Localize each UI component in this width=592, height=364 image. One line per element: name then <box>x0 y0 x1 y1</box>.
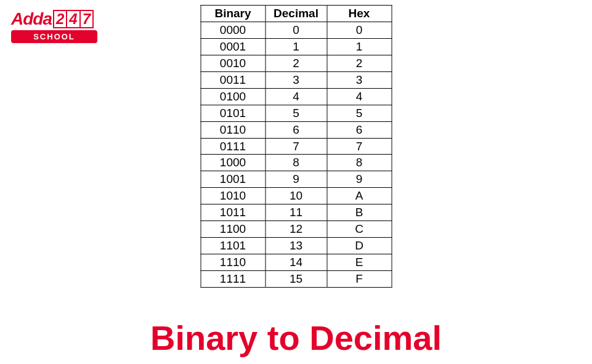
table-row: 010044 <box>201 88 392 105</box>
cell-binary: 0000 <box>201 22 266 38</box>
cell-binary: 1100 <box>201 221 266 238</box>
cell-binary: 1101 <box>201 238 266 254</box>
cell-hex: E <box>327 254 392 271</box>
brand-logo-top: Adda 2 4 7 <box>11 9 97 29</box>
cell-binary: 1110 <box>201 254 266 271</box>
table-row: 000111 <box>201 38 392 55</box>
cell-binary: 0011 <box>201 71 266 88</box>
cell-hex: 8 <box>327 155 392 171</box>
cell-decimal: 5 <box>266 105 327 121</box>
cell-hex: 0 <box>327 22 392 38</box>
table-row: 101111B <box>201 204 392 221</box>
cell-binary: 0100 <box>201 88 266 105</box>
conversion-table-wrap: Binary Decimal Hex 000000000111001022001… <box>200 5 392 288</box>
brand-digit-4: 4 <box>67 10 80 28</box>
cell-binary: 1000 <box>201 155 266 171</box>
brand-digit-2: 2 <box>53 10 67 28</box>
cell-decimal: 2 <box>266 55 327 71</box>
cell-hex: B <box>327 204 392 221</box>
table-row: 011066 <box>201 121 392 138</box>
table-row: 111115F <box>201 271 392 288</box>
table-row: 101010A <box>201 188 392 204</box>
cell-decimal: 3 <box>266 71 327 88</box>
table-row: 110012C <box>201 221 392 238</box>
table-row: 100199 <box>201 171 392 188</box>
table-row: 111014E <box>201 254 392 271</box>
cell-decimal: 8 <box>266 155 327 171</box>
table-row: 010155 <box>201 105 392 121</box>
brand-digit-7: 7 <box>81 10 94 28</box>
cell-binary: 1001 <box>201 171 266 188</box>
cell-hex: 3 <box>327 71 392 88</box>
table-header-row: Binary Decimal Hex <box>201 6 392 22</box>
conversion-table: Binary Decimal Hex 000000000111001022001… <box>200 5 392 288</box>
header-hex: Hex <box>327 6 392 22</box>
cell-hex: 7 <box>327 138 392 155</box>
table-row: 000000 <box>201 22 392 38</box>
table-row: 001133 <box>201 71 392 88</box>
cell-decimal: 1 <box>266 38 327 55</box>
cell-decimal: 15 <box>266 271 327 288</box>
cell-decimal: 10 <box>266 188 327 204</box>
page-title: Binary to Decimal <box>0 318 592 358</box>
cell-hex: 6 <box>327 121 392 138</box>
cell-hex: 4 <box>327 88 392 105</box>
brand-name: Adda <box>11 9 52 29</box>
cell-binary: 1010 <box>201 188 266 204</box>
cell-hex: A <box>327 188 392 204</box>
cell-hex: 1 <box>327 38 392 55</box>
table-row: 100088 <box>201 155 392 171</box>
cell-binary: 0101 <box>201 105 266 121</box>
cell-decimal: 6 <box>266 121 327 138</box>
cell-decimal: 11 <box>266 204 327 221</box>
brand-subtext: SCHOOL <box>11 30 97 43</box>
header-binary: Binary <box>201 6 266 22</box>
brand-247: 2 4 7 <box>53 10 94 28</box>
cell-binary: 1111 <box>201 271 266 288</box>
header-decimal: Decimal <box>266 6 327 22</box>
cell-decimal: 7 <box>266 138 327 155</box>
cell-hex: C <box>327 221 392 238</box>
cell-binary: 0110 <box>201 121 266 138</box>
cell-decimal: 14 <box>266 254 327 271</box>
cell-hex: D <box>327 238 392 254</box>
table-row: 110113D <box>201 238 392 254</box>
cell-hex: F <box>327 271 392 288</box>
cell-decimal: 9 <box>266 171 327 188</box>
cell-hex: 2 <box>327 55 392 71</box>
cell-decimal: 0 <box>266 22 327 38</box>
table-row: 001022 <box>201 55 392 71</box>
cell-binary: 0111 <box>201 138 266 155</box>
table-row: 011177 <box>201 138 392 155</box>
cell-decimal: 12 <box>266 221 327 238</box>
cell-binary: 1011 <box>201 204 266 221</box>
cell-decimal: 13 <box>266 238 327 254</box>
cell-hex: 5 <box>327 105 392 121</box>
brand-logo: Adda 2 4 7 SCHOOL <box>11 9 97 43</box>
cell-binary: 0010 <box>201 55 266 71</box>
cell-binary: 0001 <box>201 38 266 55</box>
cell-decimal: 4 <box>266 88 327 105</box>
cell-hex: 9 <box>327 171 392 188</box>
